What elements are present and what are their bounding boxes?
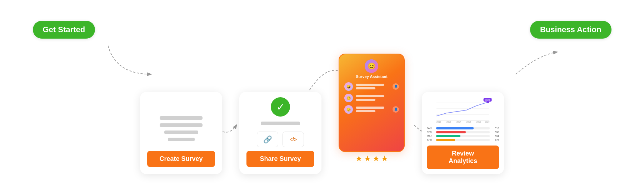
analytics-bar-row-3: MAR 504	[427, 135, 499, 137]
survey-assistant-card: 😊 Survey Assistant 😀 👤 😊	[339, 54, 405, 152]
line-1	[160, 116, 203, 120]
assistant-row-avatar-3: 🙂	[344, 105, 353, 114]
bar-label-3: MAR	[427, 135, 434, 137]
share-survey-button-label: Share Survey	[260, 155, 301, 162]
bar-val-1: 510	[492, 127, 499, 129]
bar-bg-2	[436, 131, 490, 133]
svg-text:2017: 2017	[456, 121, 461, 123]
assistant-row-avatar-2: 😊	[344, 94, 353, 102]
link-icon: 🔗	[263, 135, 272, 144]
bar-label-2: FEB	[427, 131, 434, 133]
checkmark-icon: ✓	[276, 101, 285, 113]
assist-line-1b	[356, 87, 375, 89]
bar-fill-1	[436, 127, 474, 129]
bar-fill-2	[436, 131, 466, 133]
line-4	[168, 138, 195, 141]
stars-row: ★ ★ ★ ★	[355, 154, 388, 163]
bar-val-2: 508	[492, 131, 499, 133]
review-analytics-button-label: Review Analytics	[449, 150, 477, 164]
assistant-title: Survey Assistant	[356, 74, 388, 79]
link-icon-box[interactable]: 🔗	[257, 132, 278, 147]
assistant-row-lines-3	[356, 107, 390, 112]
bar-bg-4	[436, 139, 490, 141]
svg-text:2016: 2016	[446, 121, 451, 123]
assistant-row-2: 😊	[344, 94, 399, 102]
bar-val-3: 504	[492, 135, 499, 137]
star-1: ★	[355, 154, 363, 163]
svg-text:2020: 2020	[485, 121, 490, 123]
share-survey-step: ✓ 🔗 </> Share Survey	[239, 63, 321, 174]
svg-text:2018: 2018	[466, 121, 471, 123]
assistant-avatar: 😊	[365, 59, 378, 73]
analytics-bar-row-2: FEB 508	[427, 131, 499, 133]
line-chart: 2015 2016 2017 2018 2019 2020 2020	[427, 97, 499, 123]
create-survey-button[interactable]: Create Survey	[147, 151, 215, 167]
assist-line-3b	[356, 110, 375, 112]
share-icons-row: 🔗 </>	[257, 132, 304, 147]
bar-bg-1	[436, 127, 490, 129]
assistant-row-lines-2	[356, 95, 399, 101]
assistant-header: 😊 Survey Assistant	[356, 59, 388, 79]
svg-text:2020: 2020	[485, 99, 490, 101]
share-survey-button[interactable]: Share Survey	[246, 151, 314, 167]
person-icon-1: 👤	[393, 83, 399, 90]
business-action-label: Business Action	[540, 25, 601, 34]
assistant-row-lines-1	[356, 84, 390, 89]
share-content: ✓ 🔗 </>	[257, 97, 304, 147]
analytics-bar-row-4: APR 475	[427, 139, 499, 141]
assist-line-1a	[356, 84, 384, 86]
bar-fill-4	[436, 139, 455, 141]
analytics-bar-row-1: JAN 510	[427, 127, 499, 129]
star-2: ★	[364, 154, 371, 163]
line-3	[164, 131, 198, 134]
review-analytics-card: 2015 2016 2017 2018 2019 2020 2020	[422, 92, 504, 174]
assist-line-2b	[356, 99, 375, 101]
assist-line-2a	[356, 95, 384, 97]
survey-assistant-step: 😊 Survey Assistant 😀 👤 😊	[339, 39, 405, 163]
line-2	[160, 123, 203, 127]
flow-container: Get Started Business Action Create Surve…	[19, 11, 626, 181]
svg-text:2019: 2019	[476, 121, 481, 123]
bar-bg-3	[436, 135, 490, 137]
review-analytics-step: 2015 2016 2017 2018 2019 2020 2020	[422, 63, 504, 174]
code-icon: </>	[290, 137, 297, 142]
share-line	[261, 122, 300, 125]
get-started-badge[interactable]: Get Started	[33, 21, 95, 39]
create-survey-card: Create Survey	[140, 92, 222, 174]
create-survey-button-label: Create Survey	[159, 155, 203, 162]
bar-label-1: JAN	[427, 127, 434, 129]
assistant-row-3: 🙂 👤	[344, 105, 399, 114]
bar-label-4: APR	[427, 139, 434, 141]
share-survey-card: ✓ 🔗 </> Share Survey	[239, 92, 321, 174]
review-analytics-button[interactable]: Review Analytics	[427, 146, 499, 169]
code-icon-box[interactable]: </>	[283, 132, 304, 147]
analytics-bars: JAN 510 FEB 508 MAR	[427, 127, 499, 143]
star-4: ★	[381, 154, 388, 163]
bar-val-4: 475	[492, 139, 499, 141]
assistant-row-1: 😀 👤	[344, 82, 399, 91]
business-action-badge[interactable]: Business Action	[530, 21, 611, 39]
person-icon-3: 👤	[393, 106, 399, 113]
assistant-row-avatar-1: 😀	[344, 82, 353, 91]
checkmark-circle: ✓	[271, 97, 290, 117]
assist-line-3a	[356, 107, 384, 109]
svg-text:2015: 2015	[436, 121, 441, 123]
create-survey-step: Create Survey	[140, 63, 222, 174]
star-3: ★	[373, 154, 380, 163]
create-survey-lines	[147, 99, 215, 147]
assistant-avatar-icon: 😊	[368, 62, 375, 70]
get-started-label: Get Started	[43, 25, 85, 34]
bar-fill-3	[436, 135, 460, 137]
